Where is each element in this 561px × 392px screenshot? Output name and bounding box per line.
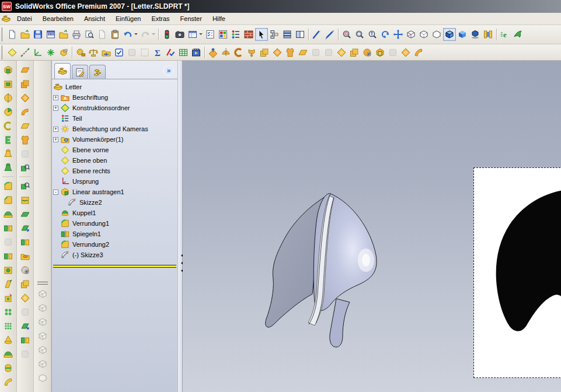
- extruded-cut-button[interactable]: [1, 77, 15, 91]
- hidden-lines-visible-button[interactable]: [417, 28, 430, 41]
- expand-icon[interactable]: +: [53, 137, 58, 142]
- dropdown-caret-icon[interactable]: [134, 33, 138, 37]
- chamfer-button[interactable]: [1, 193, 15, 207]
- tree-item-skizze3[interactable]: (-) Skizze3: [53, 250, 177, 260]
- filter-list-button[interactable]: [204, 28, 217, 41]
- featuremanager-toggle-button[interactable]: [268, 28, 281, 41]
- wireframe-button[interactable]: [405, 28, 417, 41]
- chamfer-button[interactable]: [399, 46, 412, 59]
- knit-surface-button[interactable]: [18, 193, 32, 207]
- edrawings-publish-button[interactable]: e: [499, 28, 511, 41]
- flex-button[interactable]: [1, 375, 15, 389]
- select-tool-button[interactable]: [255, 28, 268, 41]
- tree-item-ebene-oben[interactable]: Ebene oben: [53, 155, 177, 166]
- expand-panel-button[interactable]: »: [163, 65, 174, 76]
- mirror-button[interactable]: [386, 46, 399, 59]
- hole-wizard-button[interactable]: [361, 46, 374, 59]
- planar-surface-button[interactable]: [18, 63, 32, 77]
- planar-surface-button[interactable]: [297, 46, 309, 59]
- rollback-bar[interactable]: [53, 265, 176, 268]
- design-table-button[interactable]: [177, 46, 190, 59]
- task-pane-toggle-button[interactable]: [186, 28, 199, 41]
- expand-icon[interactable]: +: [53, 106, 58, 111]
- rib-button[interactable]: [309, 46, 322, 59]
- zoom-to-fit-button[interactable]: [340, 28, 353, 41]
- reference-axis-button[interactable]: [19, 46, 32, 59]
- print-preview-button[interactable]: [83, 28, 96, 41]
- design-checker-button[interactable]: [164, 46, 177, 59]
- lofted-cut-button[interactable]: [1, 161, 15, 175]
- sketch-picture-panel[interactable]: [473, 167, 561, 378]
- shell-button[interactable]: [284, 46, 297, 59]
- indent-button[interactable]: [1, 347, 15, 361]
- selection-sets-button[interactable]: [138, 46, 151, 59]
- draft-button[interactable]: [335, 46, 348, 59]
- linear-pattern-feature-button[interactable]: [1, 249, 15, 263]
- tree-item-verrundung2[interactable]: Verrundung2: [53, 239, 177, 250]
- panel-splitter[interactable]: [177, 61, 183, 392]
- screen-capture-button[interactable]: [173, 28, 186, 41]
- check-surface-button[interactable]: [18, 161, 32, 175]
- offset-surface-button[interactable]: [18, 207, 32, 221]
- new-document-button[interactable]: [6, 28, 19, 41]
- tree-item-teil[interactable]: Teil: [53, 113, 177, 124]
- dome-button[interactable]: [271, 46, 284, 59]
- filled-surface-button[interactable]: [18, 249, 32, 263]
- hidden-lines-removed-button[interactable]: [430, 28, 443, 41]
- wrap-button[interactable]: [1, 361, 15, 375]
- revolved-surface-button[interactable]: [18, 91, 32, 105]
- equations-button[interactable]: Σ: [151, 46, 164, 59]
- fillet-button[interactable]: [1, 179, 15, 193]
- rotate-view-button[interactable]: [379, 28, 392, 41]
- tree-item-ebene-vorne[interactable]: Ebene vorne: [53, 145, 177, 155]
- shape-feature-button[interactable]: [1, 333, 15, 347]
- swept-boss-button[interactable]: [232, 46, 245, 59]
- circular-pattern-button[interactable]: [1, 235, 15, 249]
- draft-analysis-button[interactable]: [322, 46, 335, 59]
- shadows-in-shaded-mode-button[interactable]: [469, 28, 482, 41]
- make-drawing-from-part-button[interactable]: [44, 28, 57, 41]
- extruded-surface-button[interactable]: [18, 77, 32, 91]
- zoom-in-out-button[interactable]: [366, 28, 379, 41]
- dropdown-caret-icon[interactable]: [199, 33, 203, 37]
- view-isometric-button[interactable]: [36, 371, 50, 385]
- replace-face-button[interactable]: [18, 319, 32, 333]
- rib-button[interactable]: [18, 147, 32, 161]
- shell-button[interactable]: [18, 133, 32, 147]
- measure-button[interactable]: [74, 46, 87, 59]
- shaded-with-edges-button[interactable]: [443, 28, 456, 41]
- realview-graphics-button[interactable]: [511, 28, 524, 41]
- feature-statistics-button[interactable]: [229, 28, 242, 41]
- expand-icon[interactable]: +: [53, 127, 58, 132]
- tree-item-ursprung[interactable]: Ursprung: [53, 176, 177, 187]
- mirror-feature-button[interactable]: [1, 221, 15, 235]
- revolved-cut-button[interactable]: [1, 105, 15, 119]
- view-top-button[interactable]: [36, 343, 50, 357]
- display-pane-toggle-button[interactable]: [281, 28, 294, 41]
- reference-point-button[interactable]: [44, 46, 57, 59]
- section-properties-button[interactable]: [100, 46, 113, 59]
- view-front-button[interactable]: [36, 287, 50, 301]
- menu-ansicht[interactable]: Ansicht: [79, 14, 110, 23]
- tree-item-volumenk-rper-1[interactable]: +Volumenkörper(1): [53, 134, 177, 145]
- mass-properties-button[interactable]: [87, 46, 100, 59]
- tree-item-spiegeln1[interactable]: Spiegeln1: [53, 229, 177, 239]
- flex-button[interactable]: [412, 46, 425, 59]
- tree-item-kuppel1[interactable]: Kuppel1: [53, 208, 177, 218]
- menu-einfgen[interactable]: Einfügen: [111, 14, 145, 23]
- menu-bearbeiten[interactable]: Bearbeiten: [38, 14, 78, 23]
- dropdown-caret-icon[interactable]: [152, 33, 155, 37]
- view-right-button[interactable]: [36, 329, 50, 343]
- shaded-button[interactable]: [456, 28, 469, 41]
- tree-item-letter[interactable]: Letter: [53, 82, 177, 92]
- mid-surface-button[interactable]: [18, 333, 32, 347]
- tree-item-beschriftung[interactable]: +ABeschriftung: [53, 92, 177, 103]
- undo-button[interactable]: [121, 28, 134, 41]
- check-entity-button[interactable]: [113, 46, 126, 59]
- lofted-boss-base-button[interactable]: [1, 147, 15, 161]
- swept-boss-base-button[interactable]: [1, 119, 15, 133]
- thicken-button[interactable]: [18, 277, 32, 291]
- section-view-button[interactable]: [482, 28, 494, 41]
- tree-item-konstruktionsordner[interactable]: +Konstruktionsordner: [53, 103, 177, 113]
- extruded-boss-base-button[interactable]: [1, 63, 15, 77]
